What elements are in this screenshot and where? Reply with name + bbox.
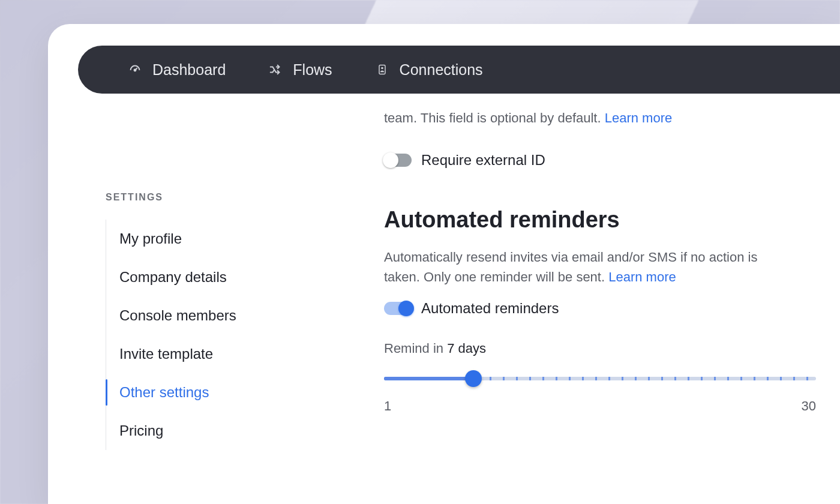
main-content: team. This field is optional by default.…: [384, 108, 816, 504]
app-card: Dashboard Flows Connections SETTINGS My …: [48, 24, 840, 504]
sidebar-item-pricing[interactable]: Pricing: [106, 412, 322, 450]
reminders-toggle[interactable]: [384, 302, 412, 315]
sidebar-item-label: Console members: [119, 307, 236, 323]
desc-text: Automatically resend invites via email a…: [384, 250, 757, 284]
sidebar-heading: SETTINGS: [106, 192, 322, 203]
learn-more-link[interactable]: Learn more: [605, 110, 673, 125]
users-icon: [376, 63, 389, 76]
external-id-desc-tail: team. This field is optional by default.…: [384, 108, 780, 128]
sidebar-item-label: Pricing: [119, 422, 163, 439]
reminders-desc: Automatically resend invites via email a…: [384, 247, 780, 287]
sidebar-item-label: Other settings: [119, 384, 209, 400]
sidebar-item-company-details[interactable]: Company details: [106, 258, 322, 296]
nav-flows[interactable]: Flows: [269, 61, 332, 79]
section-title-reminders: Automated reminders: [384, 207, 816, 233]
external-id-toggle[interactable]: [384, 154, 412, 167]
toggle-label: Automated reminders: [421, 300, 559, 317]
remind-label: Remind in 7 days: [384, 341, 816, 356]
desc-text: team. This field is optional by default.: [384, 110, 605, 125]
nav-label: Connections: [400, 61, 483, 79]
remind-slider-wrap: Remind in 7 days 1 30: [384, 341, 816, 414]
nav-label: Dashboard: [152, 61, 226, 79]
sidebar-item-my-profile[interactable]: My profile: [106, 220, 322, 258]
slider-max-label: 30: [802, 398, 816, 414]
sidebar-item-label: Invite template: [119, 346, 213, 362]
remind-slider[interactable]: [384, 370, 816, 388]
nav-label: Flows: [293, 61, 332, 79]
svg-rect-1: [379, 65, 385, 74]
slider-ends: 1 30: [384, 398, 816, 414]
learn-more-link[interactable]: Learn more: [608, 269, 676, 284]
toggle-label: Require external ID: [421, 152, 545, 169]
sidebar-item-console-members[interactable]: Console members: [106, 296, 322, 335]
remind-prefix: Remind in: [384, 341, 447, 356]
svg-point-0: [134, 69, 136, 71]
slider-track-fill: [384, 377, 473, 380]
sidebar-item-invite-template[interactable]: Invite template: [106, 335, 322, 373]
toggle-knob: [398, 301, 414, 316]
settings-sidebar: SETTINGS My profile Company details Cons…: [106, 192, 322, 450]
svg-point-2: [381, 67, 383, 70]
toggle-knob: [383, 152, 398, 168]
sidebar-list: My profile Company details Console membe…: [106, 220, 322, 450]
gauge-icon: [128, 63, 142, 76]
external-id-toggle-row: Require external ID: [384, 152, 816, 169]
remind-value: 7 days: [447, 341, 486, 356]
top-nav: Dashboard Flows Connections: [78, 46, 840, 94]
nav-dashboard[interactable]: Dashboard: [128, 61, 226, 79]
nav-connections[interactable]: Connections: [376, 61, 483, 79]
sidebar-item-label: Company details: [119, 269, 227, 285]
sidebar-item-label: My profile: [119, 230, 182, 247]
shuffle-icon: [269, 63, 282, 76]
slider-knob[interactable]: [465, 370, 482, 387]
reminders-toggle-row: Automated reminders: [384, 300, 816, 317]
slider-min-label: 1: [384, 398, 391, 414]
sidebar-item-other-settings[interactable]: Other settings: [106, 373, 322, 412]
